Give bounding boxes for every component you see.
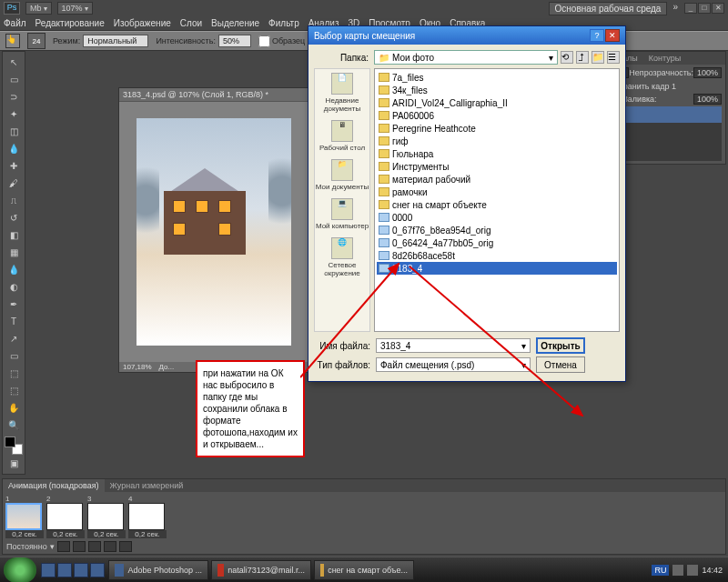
workspace-switcher[interactable]: Основная рабочая среда: [549, 2, 668, 15]
place-mycomputer[interactable]: 💻Мой компьютер: [316, 198, 369, 230]
lasso-tool[interactable]: ⊃: [5, 88, 23, 105]
move-tool[interactable]: ↖: [5, 54, 23, 70]
list-item[interactable]: 7a_files: [377, 71, 617, 84]
brush-tool[interactable]: 🖌: [5, 175, 23, 191]
frame-4[interactable]: 40,2 сек.: [128, 495, 167, 538]
sample-all-layers-checkbox[interactable]: [258, 35, 270, 47]
gradient-tool[interactable]: ▦: [5, 244, 23, 260]
tab-measurement-log[interactable]: Журнал измерений: [105, 479, 189, 492]
tray-icon[interactable]: [687, 565, 698, 576]
quicklaunch-icon[interactable]: [74, 563, 88, 577]
blend-mode-select[interactable]: Нормальный: [83, 35, 148, 47]
list-item[interactable]: ARIDI_Vol24_Calligraphia_II: [377, 96, 617, 109]
current-tool-icon[interactable]: 👆: [5, 34, 20, 48]
folder-combo[interactable]: 📁 Мои фото▾: [374, 50, 558, 65]
zoom-tool[interactable]: 🔍: [5, 416, 23, 433]
cancel-button[interactable]: Отмена: [536, 356, 585, 373]
frame-1[interactable]: 10,2 сек.: [5, 495, 44, 538]
place-mydocs[interactable]: 📁Мои документы: [316, 159, 369, 191]
up-icon[interactable]: ⮥: [576, 51, 589, 64]
list-item[interactable]: снег на смарт объекте: [377, 198, 617, 211]
list-item[interactable]: 8d26b68ace58t: [377, 249, 617, 262]
frame-2[interactable]: 20,2 сек.: [46, 495, 85, 538]
list-item[interactable]: 0000: [377, 211, 617, 224]
next-frame-button[interactable]: [104, 541, 116, 552]
window-buttons[interactable]: _□✕: [683, 2, 724, 15]
healing-tool[interactable]: ✚: [5, 157, 23, 174]
tab-animation[interactable]: Анимация (покадровая): [3, 479, 105, 492]
dialog-help-icon[interactable]: ?: [590, 29, 604, 42]
view-menu-icon[interactable]: ☰: [607, 51, 620, 64]
taskbar-app-photoshop[interactable]: Adobe Photoshop ...: [108, 560, 208, 580]
play-button[interactable]: [88, 541, 101, 552]
list-item-selected[interactable]: 3183_4: [377, 262, 617, 275]
opacity-value[interactable]: 100%: [693, 67, 722, 78]
first-frame-button[interactable]: [57, 541, 70, 552]
quicklaunch-icon[interactable]: [41, 563, 56, 577]
frame-3[interactable]: 30,2 сек.: [87, 495, 126, 538]
place-desktop[interactable]: 🖥Рабочий стол: [319, 120, 365, 152]
menu-select[interactable]: Выделение: [211, 18, 259, 28]
path-tool[interactable]: ↗: [5, 330, 23, 346]
eyedropper-tool[interactable]: 💧: [5, 140, 23, 156]
wand-tool[interactable]: ✦: [5, 105, 23, 122]
file-list[interactable]: 7a_files 34к_files ARIDI_Vol24_Calligrap…: [374, 68, 620, 332]
document-title[interactable]: 3183_4.psd @ 107% (Слой 1, RGB/8) *: [119, 88, 308, 102]
place-recent[interactable]: 📄Недавние документы: [315, 73, 369, 113]
list-item[interactable]: Гюльнара: [377, 147, 617, 160]
quickmask-toggle[interactable]: ▣: [5, 455, 23, 471]
taskbar-app-browser[interactable]: natali73123@mail.r...: [211, 560, 311, 580]
menu-edit[interactable]: Редактирование: [35, 18, 105, 28]
taskbar-app-folder[interactable]: снег на смарт объе...: [314, 560, 414, 580]
hand-tool[interactable]: ✋: [5, 399, 23, 416]
3d-tool[interactable]: ⬚: [5, 365, 23, 381]
dialog-close-icon[interactable]: ✕: [605, 29, 620, 42]
clock[interactable]: 14:42: [702, 566, 723, 575]
filename-input[interactable]: 3183_4▾: [376, 338, 531, 353]
zoom-dropdown[interactable]: 107%▾: [57, 2, 93, 15]
start-button[interactable]: [4, 557, 36, 583]
menu-image[interactable]: Изображение: [114, 18, 171, 28]
list-item[interactable]: 0_67f76_b8ea954d_orig: [377, 224, 617, 236]
prev-frame-button[interactable]: [73, 541, 86, 552]
doc-arrange-dropdown[interactable]: Mb▾: [25, 2, 52, 15]
list-item[interactable]: Peregrine Heathcote: [377, 122, 617, 135]
document-canvas[interactable]: [136, 118, 291, 346]
menu-filter[interactable]: Фильтр: [268, 18, 299, 28]
marquee-tool[interactable]: ▭: [5, 71, 23, 87]
loop-dropdown[interactable]: Постоянно: [6, 542, 47, 551]
intensity-input[interactable]: 50%: [218, 35, 251, 47]
3d-camera-tool[interactable]: ⬚: [5, 382, 23, 398]
tray-icon[interactable]: [672, 565, 683, 576]
fill-value[interactable]: 100%: [693, 94, 722, 105]
quicklaunch-icon[interactable]: [90, 563, 105, 577]
blur-tool[interactable]: 💧: [5, 261, 23, 277]
list-item[interactable]: гиф: [377, 135, 617, 147]
list-item[interactable]: материал рабочий: [377, 173, 617, 186]
menu-file[interactable]: Файл: [4, 18, 26, 28]
menu-layers[interactable]: Слои: [180, 18, 202, 28]
status-zoom[interactable]: 107,18%: [123, 363, 152, 371]
history-brush-tool[interactable]: ↺: [5, 209, 23, 226]
open-button[interactable]: Открыть: [536, 337, 585, 354]
pen-tool[interactable]: ✒: [5, 296, 23, 312]
language-indicator[interactable]: RU: [652, 565, 669, 576]
list-item[interactable]: 34к_files: [377, 84, 617, 96]
color-swatches[interactable]: [5, 436, 23, 455]
crop-tool[interactable]: ◫: [5, 123, 23, 139]
tab-paths[interactable]: Контуры: [643, 52, 686, 65]
stamp-tool[interactable]: ⎍: [5, 192, 23, 208]
new-folder-icon[interactable]: 📁: [592, 51, 604, 64]
back-icon[interactable]: ⟲: [561, 51, 573, 64]
status-doc-info[interactable]: До...: [159, 363, 175, 371]
list-item[interactable]: 0_66424_4a77bb05_orig: [377, 236, 617, 249]
dialog-titlebar[interactable]: Выбор карты смещения ?✕: [308, 26, 625, 45]
list-item[interactable]: рамочки: [377, 186, 617, 198]
dodge-tool[interactable]: ◐: [5, 278, 23, 295]
system-tray[interactable]: RU 14:42: [646, 565, 728, 576]
quicklaunch-icon[interactable]: [57, 563, 72, 577]
last-frame-button[interactable]: [119, 541, 132, 552]
brush-preset-picker[interactable]: 24: [27, 33, 46, 49]
filetype-select[interactable]: Файл смещения (.psd)▾: [376, 357, 531, 372]
eraser-tool[interactable]: ◧: [5, 226, 23, 243]
